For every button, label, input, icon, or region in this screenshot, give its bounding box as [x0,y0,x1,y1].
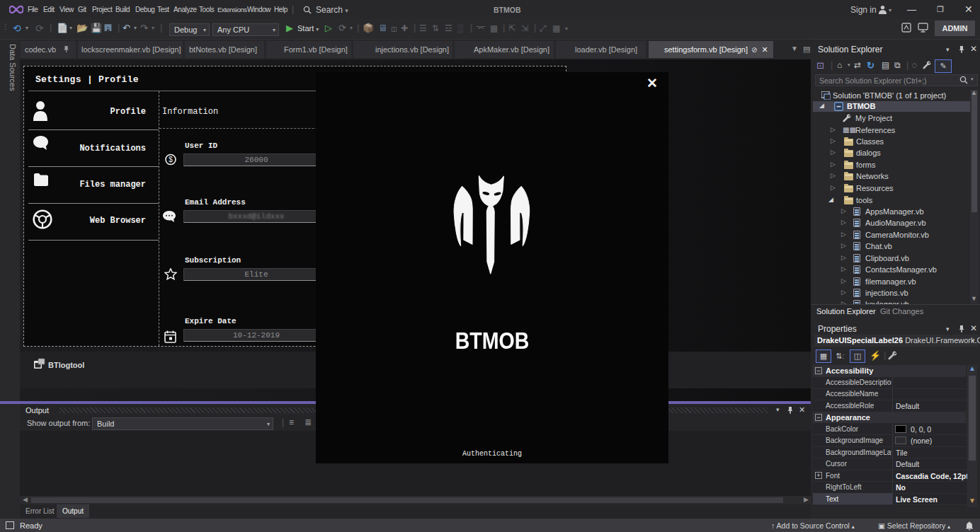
svg-text:$: $ [169,156,173,163]
